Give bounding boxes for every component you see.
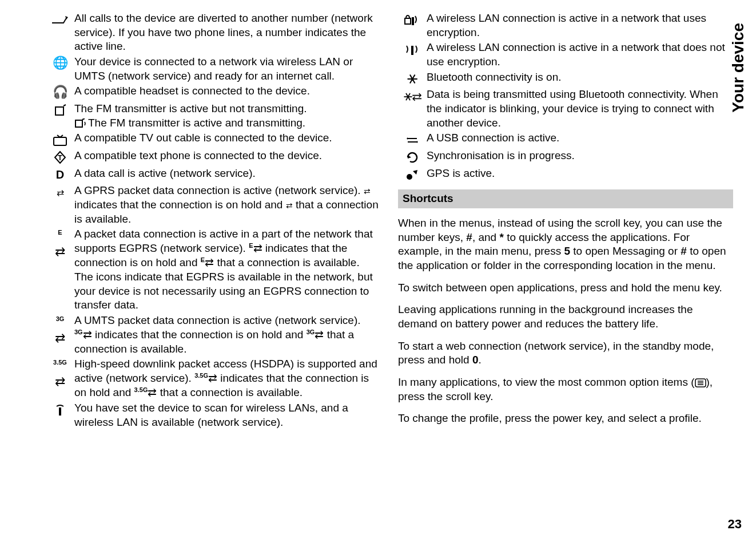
wlan-enc-icon xyxy=(398,11,427,39)
textphone-icon: T xyxy=(46,149,74,165)
hsdpa-icon: 3.5G⇄ xyxy=(46,357,74,400)
sync-icon xyxy=(398,149,427,165)
svg-rect-4 xyxy=(59,407,61,416)
fm-icon xyxy=(46,102,74,130)
globe-text: Your device is connected to a network vi… xyxy=(74,55,381,83)
umts-text: A UMTS packet data connection is active … xyxy=(74,314,381,356)
svg-rect-6 xyxy=(412,17,414,25)
headset-icon: 🎧 xyxy=(46,84,74,101)
wlan-text: You have set the device to scan for wire… xyxy=(74,401,381,429)
wlan-noenc-icon xyxy=(398,41,427,69)
svg-rect-5 xyxy=(405,18,411,24)
bluetooth-data-icon: ⚹⇄ xyxy=(398,88,427,130)
wlan-noenc-text: A wireless LAN connection is active in a… xyxy=(427,41,733,69)
headset-text: A compatible headset is connected to the… xyxy=(74,84,381,101)
divert-icon xyxy=(46,11,74,54)
shortcuts-para-5: In many applications, to view the most c… xyxy=(398,375,733,403)
shortcuts-para-3: Leaving applications running in the back… xyxy=(398,303,733,331)
textphone-text: A compatible text phone is connected to … xyxy=(74,149,381,165)
gprs-icon: ⇄ xyxy=(46,184,74,226)
svg-rect-1 xyxy=(75,120,82,127)
sidebar-title: Your device xyxy=(729,23,747,113)
svg-rect-2 xyxy=(54,137,66,145)
usb-icon xyxy=(398,131,427,148)
data-text: A data call is active (network service). xyxy=(74,167,381,183)
gps-icon xyxy=(398,167,427,183)
usb-text: A USB connection is active. xyxy=(427,131,733,148)
svg-point-8 xyxy=(407,174,412,180)
bt-data-text: Data is being transmitted using Bluetoot… xyxy=(427,88,733,130)
fm-text: The FM transmitter is active but not tra… xyxy=(74,102,381,130)
egprs-icon: E⇄ xyxy=(46,227,74,312)
page-number: 23 xyxy=(728,517,742,532)
tv-text: A compatible TV out cable is connected t… xyxy=(74,131,381,148)
svg-rect-7 xyxy=(411,46,413,55)
globe-icon: 🌐 xyxy=(46,55,74,83)
tv-icon xyxy=(46,131,74,148)
gps-text: GPS is active. xyxy=(427,167,733,183)
divert-text: All calls to the device are diverted to … xyxy=(74,11,381,54)
bluetooth-icon: ⚹ xyxy=(398,70,427,87)
shortcuts-para-1: When in the menus, instead of using the … xyxy=(398,216,733,273)
shortcuts-para-2: To switch between open applications, pre… xyxy=(398,281,733,295)
bt-text: Bluetooth connectivity is on. xyxy=(427,70,733,87)
svg-text:T: T xyxy=(58,154,62,162)
hsdpa-text: High-speed downlink packet access (HSDPA… xyxy=(74,357,381,400)
shortcuts-para-6: To change the profile, press the power k… xyxy=(398,412,733,426)
shortcuts-para-4: To start a web connection (network servi… xyxy=(398,339,733,367)
svg-rect-0 xyxy=(55,107,63,115)
wlan-enc-text: A wireless LAN connection is active in a… xyxy=(427,11,733,39)
egprs-text: A packet data connection is active in a … xyxy=(74,227,381,312)
shortcuts-heading: Shortcuts xyxy=(398,189,733,208)
gprs-text: A GPRS packet data connection is active … xyxy=(74,184,381,226)
sync-text: Synchronisation is in progress. xyxy=(427,149,733,165)
wlan-scan-icon xyxy=(46,401,74,429)
umts-icon: 3G⇄ xyxy=(46,314,74,356)
data-icon: D xyxy=(46,167,74,183)
